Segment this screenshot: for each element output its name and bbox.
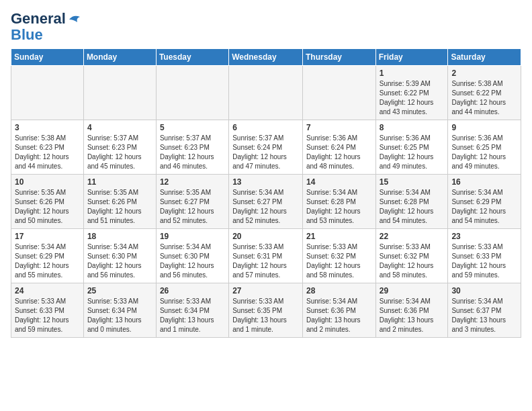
day-cell [156, 66, 228, 120]
day-number: 9 [451, 123, 517, 132]
day-number: 8 [380, 123, 445, 132]
day-cell: 1Sunrise: 5:39 AM Sunset: 6:22 PM Daylig… [375, 66, 448, 120]
day-number: 16 [451, 177, 517, 187]
day-info: Sunrise: 5:38 AM Sunset: 6:22 PM Dayligh… [451, 79, 517, 117]
day-number: 5 [160, 123, 225, 132]
day-cell: 22Sunrise: 5:33 AM Sunset: 6:32 PM Dayli… [375, 229, 448, 283]
day-cell: 13Sunrise: 5:34 AM Sunset: 6:27 PM Dayli… [229, 175, 303, 229]
day-cell: 19Sunrise: 5:34 AM Sunset: 6:30 PM Dayli… [156, 229, 228, 283]
day-info: Sunrise: 5:34 AM Sunset: 6:28 PM Dayligh… [306, 188, 372, 226]
col-header-monday: Monday [83, 49, 156, 66]
day-info: Sunrise: 5:34 AM Sunset: 6:37 PM Dayligh… [451, 297, 517, 334]
col-header-friday: Friday [375, 49, 448, 66]
day-info: Sunrise: 5:36 AM Sunset: 6:24 PM Dayligh… [306, 134, 372, 171]
day-info: Sunrise: 5:33 AM Sunset: 6:35 PM Dayligh… [232, 297, 299, 334]
day-cell: 26Sunrise: 5:33 AM Sunset: 6:34 PM Dayli… [156, 283, 228, 338]
day-cell: 20Sunrise: 5:33 AM Sunset: 6:31 PM Dayli… [229, 229, 303, 283]
day-number: 28 [306, 286, 372, 295]
day-number: 18 [87, 232, 152, 241]
day-info: Sunrise: 5:33 AM Sunset: 6:34 PM Dayligh… [87, 297, 152, 334]
days-header-row: SundayMondayTuesdayWednesdayThursdayFrid… [11, 49, 521, 66]
day-number: 24 [15, 286, 80, 295]
day-info: Sunrise: 5:38 AM Sunset: 6:23 PM Dayligh… [15, 134, 80, 171]
logo-blue: Blue [11, 27, 81, 43]
day-cell: 8Sunrise: 5:36 AM Sunset: 6:25 PM Daylig… [375, 120, 448, 175]
day-number: 11 [87, 177, 152, 187]
day-cell: 2Sunrise: 5:38 AM Sunset: 6:22 PM Daylig… [448, 66, 521, 120]
col-header-wednesday: Wednesday [229, 49, 303, 66]
day-info: Sunrise: 5:37 AM Sunset: 6:23 PM Dayligh… [87, 134, 152, 171]
day-info: Sunrise: 5:33 AM Sunset: 6:33 PM Dayligh… [15, 297, 80, 334]
day-cell: 7Sunrise: 5:36 AM Sunset: 6:24 PM Daylig… [302, 120, 375, 175]
col-header-thursday: Thursday [302, 49, 375, 66]
day-cell: 4Sunrise: 5:37 AM Sunset: 6:23 PM Daylig… [83, 120, 156, 175]
logo: General Blue [11, 11, 81, 43]
week-row-4: 17Sunrise: 5:34 AM Sunset: 6:29 PM Dayli… [11, 229, 521, 283]
day-cell: 3Sunrise: 5:38 AM Sunset: 6:23 PM Daylig… [11, 120, 84, 175]
day-number: 2 [451, 68, 517, 78]
logo-general: General [11, 11, 81, 27]
day-info: Sunrise: 5:35 AM Sunset: 6:26 PM Dayligh… [87, 188, 152, 226]
day-info: Sunrise: 5:37 AM Sunset: 6:23 PM Dayligh… [160, 134, 225, 171]
day-number: 12 [160, 177, 225, 187]
day-info: Sunrise: 5:33 AM Sunset: 6:32 PM Dayligh… [380, 242, 445, 280]
day-cell: 5Sunrise: 5:37 AM Sunset: 6:23 PM Daylig… [156, 120, 228, 175]
day-number: 27 [232, 286, 299, 295]
day-info: Sunrise: 5:34 AM Sunset: 6:36 PM Dayligh… [380, 297, 445, 334]
day-number: 21 [306, 232, 372, 241]
day-info: Sunrise: 5:39 AM Sunset: 6:22 PM Dayligh… [380, 79, 445, 117]
day-info: Sunrise: 5:35 AM Sunset: 6:27 PM Dayligh… [160, 188, 225, 226]
col-header-sunday: Sunday [11, 49, 84, 66]
day-info: Sunrise: 5:37 AM Sunset: 6:24 PM Dayligh… [232, 134, 299, 171]
day-info: Sunrise: 5:36 AM Sunset: 6:25 PM Dayligh… [451, 134, 517, 171]
day-number: 13 [232, 177, 299, 187]
day-cell: 9Sunrise: 5:36 AM Sunset: 6:25 PM Daylig… [448, 120, 521, 175]
day-cell: 17Sunrise: 5:34 AM Sunset: 6:29 PM Dayli… [11, 229, 84, 283]
day-cell [83, 66, 156, 120]
day-number: 30 [451, 286, 517, 295]
week-row-5: 24Sunrise: 5:33 AM Sunset: 6:33 PM Dayli… [11, 283, 521, 338]
day-number: 17 [15, 232, 80, 241]
day-info: Sunrise: 5:33 AM Sunset: 6:33 PM Dayligh… [451, 242, 517, 280]
day-number: 29 [380, 286, 445, 295]
day-cell: 29Sunrise: 5:34 AM Sunset: 6:36 PM Dayli… [375, 283, 448, 338]
col-header-saturday: Saturday [448, 49, 521, 66]
day-number: 1 [380, 68, 445, 78]
header: General Blue [11, 11, 521, 43]
day-info: Sunrise: 5:36 AM Sunset: 6:25 PM Dayligh… [380, 134, 445, 171]
day-cell: 25Sunrise: 5:33 AM Sunset: 6:34 PM Dayli… [83, 283, 156, 338]
day-info: Sunrise: 5:34 AM Sunset: 6:28 PM Dayligh… [380, 188, 445, 226]
week-row-3: 10Sunrise: 5:35 AM Sunset: 6:26 PM Dayli… [11, 175, 521, 229]
day-cell: 30Sunrise: 5:34 AM Sunset: 6:37 PM Dayli… [448, 283, 521, 338]
day-number: 25 [87, 286, 152, 295]
day-number: 7 [306, 123, 372, 132]
day-number: 20 [232, 232, 299, 241]
day-info: Sunrise: 5:33 AM Sunset: 6:32 PM Dayligh… [306, 242, 372, 280]
week-row-1: 1Sunrise: 5:39 AM Sunset: 6:22 PM Daylig… [11, 66, 521, 120]
day-info: Sunrise: 5:33 AM Sunset: 6:34 PM Dayligh… [160, 297, 225, 334]
day-number: 14 [306, 177, 372, 187]
calendar-table: SundayMondayTuesdayWednesdayThursdayFrid… [11, 48, 521, 338]
day-cell: 23Sunrise: 5:33 AM Sunset: 6:33 PM Dayli… [448, 229, 521, 283]
day-number: 26 [160, 286, 225, 295]
day-cell: 21Sunrise: 5:33 AM Sunset: 6:32 PM Dayli… [302, 229, 375, 283]
day-cell: 28Sunrise: 5:34 AM Sunset: 6:36 PM Dayli… [302, 283, 375, 338]
col-header-tuesday: Tuesday [156, 49, 228, 66]
day-number: 6 [232, 123, 299, 132]
day-cell: 12Sunrise: 5:35 AM Sunset: 6:27 PM Dayli… [156, 175, 228, 229]
day-cell: 15Sunrise: 5:34 AM Sunset: 6:28 PM Dayli… [375, 175, 448, 229]
day-cell: 24Sunrise: 5:33 AM Sunset: 6:33 PM Dayli… [11, 283, 84, 338]
day-number: 4 [87, 123, 152, 132]
day-cell [302, 66, 375, 120]
day-cell [229, 66, 303, 120]
day-number: 10 [15, 177, 80, 187]
day-number: 15 [380, 177, 445, 187]
day-info: Sunrise: 5:34 AM Sunset: 6:30 PM Dayligh… [160, 242, 225, 280]
day-cell: 27Sunrise: 5:33 AM Sunset: 6:35 PM Dayli… [229, 283, 303, 338]
day-info: Sunrise: 5:34 AM Sunset: 6:29 PM Dayligh… [15, 242, 80, 280]
day-number: 23 [451, 232, 517, 241]
day-number: 3 [15, 123, 80, 132]
day-number: 22 [380, 232, 445, 241]
day-info: Sunrise: 5:33 AM Sunset: 6:31 PM Dayligh… [232, 242, 299, 280]
day-number: 19 [160, 232, 225, 241]
